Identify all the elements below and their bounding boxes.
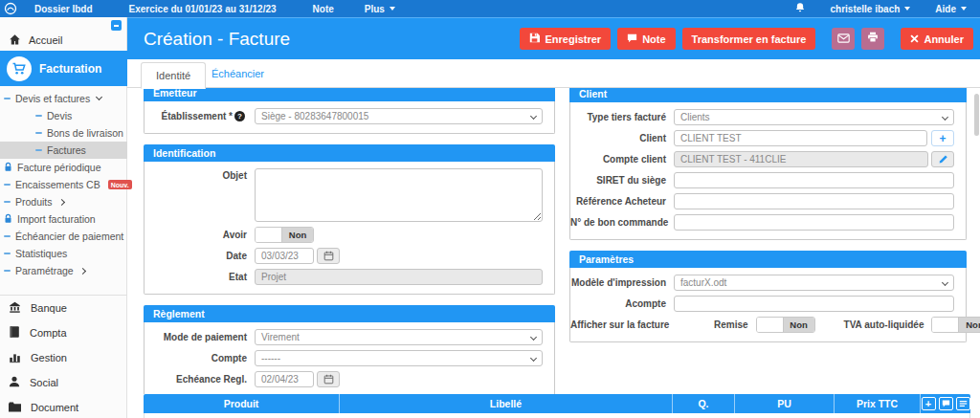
sidebar-item-label: Devis: [47, 110, 72, 121]
chevron-down-icon: [530, 355, 537, 362]
save-button-label: Enregistrer: [545, 33, 601, 45]
toggle-off-segment: [932, 318, 959, 332]
scrollbar[interactable]: [974, 94, 979, 136]
sidebar-collapse-button[interactable]: [111, 20, 122, 31]
topbar-plus-menu[interactable]: Plus: [365, 4, 395, 14]
dash-icon: [4, 235, 11, 237]
help-label: Aide: [935, 4, 956, 14]
dash-icon: [4, 184, 11, 186]
column-header-prix-ttc: Prix TTC: [835, 394, 921, 413]
bell-icon[interactable]: [794, 2, 806, 15]
transform-to-invoice-button[interactable]: Transformer en facture: [682, 28, 816, 50]
cancel-button[interactable]: Annuler: [901, 28, 973, 50]
dash-icon: [35, 115, 42, 117]
calendar-button[interactable]: [317, 248, 340, 264]
avoir-toggle[interactable]: Non: [255, 227, 314, 243]
sidebar-item-accueil[interactable]: Accueil: [0, 32, 126, 49]
dash-icon: [4, 98, 11, 99]
app-logo-icon: [4, 2, 17, 15]
sidebar-item-compta[interactable]: Compta: [0, 320, 127, 345]
reference-acheteur-input[interactable]: [674, 193, 954, 209]
section-title: Identification: [144, 144, 555, 162]
close-icon: [910, 33, 919, 45]
sidebar-modules: Banque Compta Gestion Social Document: [0, 296, 127, 418]
dash-icon: [35, 149, 42, 151]
sidebar-item-banque[interactable]: Banque: [0, 296, 127, 320]
page-title: Création - Facture: [144, 29, 290, 50]
objet-textarea[interactable]: [255, 168, 543, 222]
add-text-line-button[interactable]: [956, 397, 970, 410]
home-icon: [9, 33, 21, 48]
reference-acheteur-label: Référence Acheteur: [570, 196, 666, 207]
sidebar-item-parametrage-sub[interactable]: Paramétrage: [0, 262, 127, 279]
note-button[interactable]: Note: [617, 28, 675, 50]
save-icon: [529, 33, 540, 45]
tab-identite[interactable]: Identité: [141, 62, 206, 89]
compte-select[interactable]: ------: [255, 350, 543, 366]
plus-icon: +: [939, 133, 946, 144]
topbar-exercice[interactable]: Exercice du 01/01/23 au 31/12/23: [129, 4, 277, 14]
sidebar-module-label: Facturation: [39, 62, 101, 76]
section-parametres: Paramètres Modèle d'impression facturX.o…: [569, 251, 967, 342]
toggle-value: Non: [282, 228, 313, 242]
sidebar-module-facturation[interactable]: Facturation: [0, 51, 127, 86]
sidebar-item-document[interactable]: Document: [0, 395, 127, 418]
chevron-down-icon: [961, 7, 967, 11]
sidebar-item-statistiques[interactable]: Statistiques: [0, 245, 127, 262]
sidebar-item-label: Facture périodique: [17, 162, 101, 173]
topbar-note[interactable]: Note: [313, 4, 334, 14]
email-button[interactable]: [832, 28, 855, 50]
book-icon: [8, 325, 21, 341]
type-tiers-value: Clients: [680, 112, 710, 122]
sidebar-item-devis[interactable]: Devis: [0, 107, 127, 124]
sidebar-item-factures[interactable]: Factures: [0, 142, 127, 159]
person-icon: [8, 375, 21, 390]
user-menu[interactable]: christelle ibach: [831, 4, 911, 14]
remise-toggle[interactable]: Non: [756, 317, 815, 333]
save-button[interactable]: Enregistrer: [520, 28, 611, 50]
edit-compte-client-button[interactable]: [931, 151, 954, 167]
modele-impression-select[interactable]: facturX.odt: [674, 275, 954, 291]
date-input[interactable]: [255, 248, 314, 264]
sidebar-item-encaissements-cb[interactable]: Encaissements CB Nouv.: [0, 176, 127, 193]
compte-client-value: CLIENT TEST - 411CLIE: [680, 154, 786, 165]
sidebar-item-social[interactable]: Social: [0, 370, 127, 395]
mode-paiement-select[interactable]: Virement: [255, 329, 543, 345]
topbar-dossier[interactable]: Dossier Ibdd: [34, 4, 93, 14]
echeance-date-input[interactable]: [255, 371, 314, 387]
sidebar-item-produits[interactable]: Produits: [0, 193, 127, 210]
sidebar-item-echeancier-de-paiement[interactable]: Échéancier de paiement: [0, 228, 127, 245]
siret-input[interactable]: [674, 172, 954, 188]
sidebar-item-import-facturation[interactable]: Import facturation: [0, 210, 127, 228]
client-input[interactable]: [674, 130, 927, 146]
section-title: Règlement: [144, 305, 555, 322]
sidebar-item-devis-et-factures[interactable]: Devis et factures: [0, 90, 127, 107]
acompte-input[interactable]: [674, 296, 954, 312]
sidebar: Accueil Facturation Devis et factures De…: [0, 17, 127, 418]
print-button[interactable]: [861, 28, 884, 50]
etablissement-select[interactable]: Siège - 80283647800015: [255, 108, 543, 124]
tva-toggle[interactable]: Non: [931, 317, 980, 333]
tab-echeancier[interactable]: Échéancier: [200, 59, 276, 88]
chevron-down-icon: [942, 279, 948, 286]
topbar-plus-label: Plus: [365, 4, 385, 14]
add-line-button[interactable]: +: [922, 397, 936, 410]
dash-icon: [4, 270, 11, 272]
add-client-button[interactable]: +: [931, 130, 954, 146]
help-icon[interactable]: ?: [234, 111, 245, 121]
sidebar-item-facture-periodique[interactable]: Facture périodique: [0, 159, 127, 176]
user-name: christelle ibach: [831, 4, 901, 14]
type-tiers-select[interactable]: Clients: [674, 109, 954, 125]
calendar-button[interactable]: [317, 371, 340, 387]
add-comment-line-button[interactable]: [939, 397, 953, 410]
bon-commande-input[interactable]: [674, 214, 954, 231]
sidebar-item-gestion[interactable]: Gestion: [0, 345, 127, 370]
chevron-down-icon: [530, 113, 537, 120]
section-title: Emetteur: [144, 88, 555, 101]
sidebar-item-bons-de-livraison[interactable]: Bons de livraison: [0, 124, 127, 142]
help-menu[interactable]: Aide: [935, 4, 967, 14]
compte-client-field: CLIENT TEST - 411CLIE: [674, 151, 928, 167]
etat-field: Projet: [255, 269, 543, 285]
plus-icon: +: [925, 399, 931, 409]
section-identification: Identification Objet Avoir Non Date: [144, 144, 555, 295]
